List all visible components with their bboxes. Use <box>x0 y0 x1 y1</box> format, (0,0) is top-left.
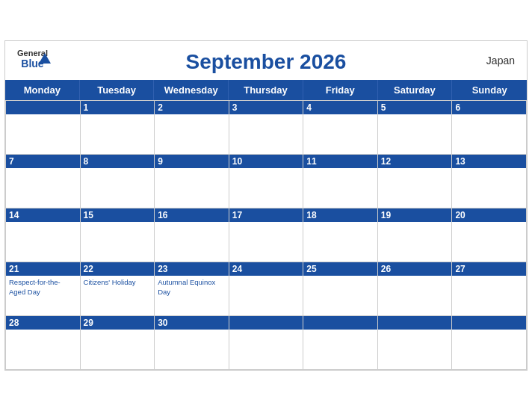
calendar-cell: 12 <box>378 155 453 208</box>
cell-date: 25 <box>303 262 377 276</box>
cell-holiday: Respect-for-the-Aged Day <box>6 276 80 299</box>
calendar-title: September 2026 <box>186 50 347 74</box>
calendar-cell: 24 <box>229 262 304 316</box>
calendar-cell: 20 <box>452 208 527 262</box>
cell-date: 15 <box>81 208 155 222</box>
calendar: General Blue September 2026 Japan Monday… <box>4 40 528 371</box>
logo: General Blue <box>17 49 48 69</box>
cell-date: 4 <box>303 101 377 114</box>
calendar-cell: 14 <box>6 208 81 262</box>
calendar-cell <box>229 316 304 370</box>
cell-date: 7 <box>6 155 80 168</box>
calendar-cell: 26 <box>378 262 453 316</box>
day-header-monday: Monday <box>5 80 80 100</box>
calendar-cell: 5 <box>378 101 453 155</box>
cell-date: 8 <box>81 155 155 168</box>
calendar-cell: 22Citizens' Holiday <box>81 262 155 316</box>
calendar-cell <box>6 101 81 155</box>
cell-holiday: Autumnal Equinox Day <box>155 276 229 299</box>
cell-date: 3 <box>229 101 303 114</box>
cell-date <box>452 316 526 330</box>
cell-date: 17 <box>229 208 303 222</box>
cell-date: 21 <box>6 262 80 276</box>
calendar-cell: 2 <box>155 101 229 155</box>
cell-date: 20 <box>452 208 526 222</box>
day-headers: Monday Tuesday Wednesday Thursday Friday… <box>5 80 527 100</box>
calendar-cell: 9 <box>155 155 229 208</box>
cell-date: 22 <box>81 262 155 276</box>
day-header-friday: Friday <box>303 80 378 100</box>
cell-date: 11 <box>303 155 377 168</box>
cell-date: 9 <box>155 155 229 168</box>
cell-date: 18 <box>303 208 377 222</box>
day-header-sunday: Sunday <box>452 80 527 100</box>
calendar-cell: 16 <box>155 208 229 262</box>
calendar-cell: 4 <box>303 101 378 155</box>
calendar-cell: 1 <box>81 101 155 155</box>
calendar-cell: 8 <box>81 155 155 208</box>
calendar-cell: 23Autumnal Equinox Day <box>155 262 229 316</box>
logo-triangle-icon <box>39 53 51 64</box>
cell-date: 23 <box>155 262 229 276</box>
day-header-tuesday: Tuesday <box>80 80 155 100</box>
calendar-cell: 7 <box>6 155 81 208</box>
cell-date: 29 <box>81 316 155 330</box>
cell-date: 6 <box>452 101 526 114</box>
calendar-cell: 11 <box>303 155 378 208</box>
calendar-cell: 17 <box>229 208 304 262</box>
calendar-cell: 19 <box>378 208 453 262</box>
country-label: Japan <box>486 55 515 67</box>
calendar-cell: 10 <box>229 155 304 208</box>
cell-date: 27 <box>452 262 526 276</box>
calendar-cell <box>452 316 527 370</box>
calendar-grid: 123456789101112131415161718192021Respect… <box>5 100 527 370</box>
day-header-saturday: Saturday <box>378 80 453 100</box>
calendar-cell: 27 <box>452 262 527 316</box>
cell-date: 16 <box>155 208 229 222</box>
cell-date: 14 <box>6 208 80 222</box>
cell-date: 26 <box>378 262 452 276</box>
cell-date <box>6 101 80 114</box>
cell-date <box>303 316 377 330</box>
calendar-cell: 21Respect-for-the-Aged Day <box>6 262 81 316</box>
cell-date: 13 <box>452 155 526 168</box>
calendar-cell: 30 <box>155 316 229 370</box>
cell-date <box>378 316 452 330</box>
cell-date: 10 <box>229 155 303 168</box>
cell-date: 19 <box>378 208 452 222</box>
calendar-cell: 3 <box>229 101 304 155</box>
calendar-header: General Blue September 2026 Japan <box>5 41 527 80</box>
cell-date: 2 <box>155 101 229 114</box>
calendar-cell: 29 <box>81 316 155 370</box>
calendar-cell: 18 <box>303 208 378 262</box>
calendar-cell: 28 <box>6 316 81 370</box>
day-header-thursday: Thursday <box>229 80 303 100</box>
calendar-cell <box>303 316 378 370</box>
cell-date: 12 <box>378 155 452 168</box>
cell-date: 30 <box>155 316 229 330</box>
cell-holiday: Citizens' Holiday <box>81 276 155 288</box>
calendar-cell: 15 <box>81 208 155 262</box>
calendar-cell: 6 <box>452 101 527 155</box>
calendar-cell <box>378 316 453 370</box>
calendar-cell: 13 <box>452 155 527 208</box>
cell-date: 1 <box>81 101 155 114</box>
calendar-cell: 25 <box>303 262 378 316</box>
cell-date: 24 <box>229 262 303 276</box>
cell-date: 28 <box>6 316 80 330</box>
cell-date <box>229 316 303 330</box>
cell-date: 5 <box>378 101 452 114</box>
day-header-wednesday: Wednesday <box>154 80 229 100</box>
